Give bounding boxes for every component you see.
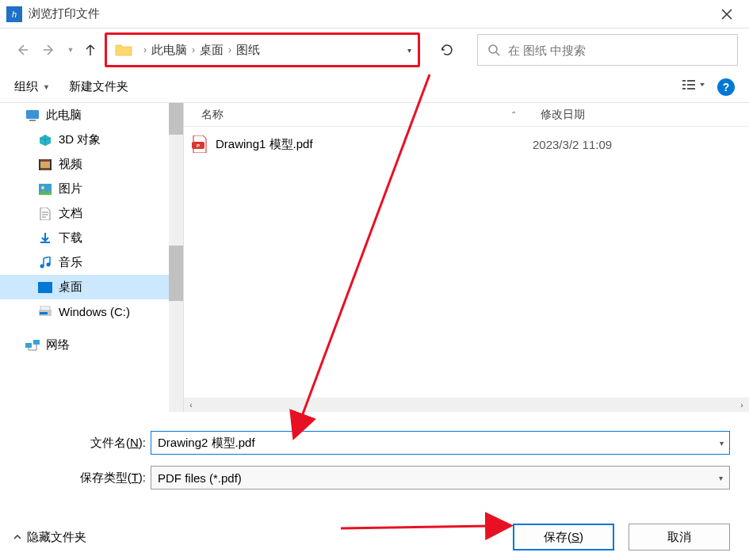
tree-label: 网络 [46,337,70,352]
file-name: Drawing1 模型.pdf [216,137,533,152]
window-title: 浏览打印文件 [29,6,711,21]
save-button[interactable]: 保存(S) [513,524,614,550]
tree-item-pictures[interactable]: 图片 [0,177,183,201]
new-folder-button[interactable]: 新建文件夹 [69,79,128,94]
column-name[interactable]: 名称 ⌃ [184,108,533,122]
scroll-left-icon[interactable]: ‹ [184,398,198,412]
chevron-right-icon: › [225,44,235,55]
picture-icon [38,182,52,196]
file-row[interactable]: P Drawing1 模型.pdf 2023/3/2 11:09 [184,131,749,157]
breadcrumb-item[interactable]: 此电脑 [151,43,187,58]
svg-rect-11 [39,159,40,170]
file-list[interactable]: P Drawing1 模型.pdf 2023/3/2 11:09 [184,127,749,398]
organize-menu[interactable]: 组织 ▼ [14,79,50,94]
svg-point-0 [489,45,497,53]
breadcrumb-bar[interactable]: › 此电脑 › 桌面 › 图纸 ▾ [105,32,420,67]
svg-rect-21 [25,343,32,348]
tree-label: Windows (C:) [59,305,130,318]
svg-rect-10 [40,162,50,168]
breadcrumb-item[interactable]: 桌面 [200,43,224,58]
column-headers[interactable]: 名称 ⌃ 修改日期 [184,103,749,127]
tree-label: 文档 [59,206,82,221]
svg-rect-22 [33,340,40,345]
recent-dropdown[interactable]: ▼ [65,39,76,61]
svg-rect-2 [687,80,695,82]
svg-rect-20 [40,306,50,310]
filename-label: 文件名(N): [19,436,151,451]
sort-indicator: ⌃ [510,110,517,119]
filename-input[interactable] [151,431,730,455]
desktop-icon [38,280,52,295]
scroll-right-icon[interactable]: › [735,398,749,412]
folder-tree[interactable]: 此电脑 3D 对象 视频 图片 文档 下载 音乐 桌面 [0,103,184,412]
refresh-button[interactable] [431,36,463,64]
view-list-icon [682,79,705,92]
network-icon [25,338,40,352]
pdf-icon: P [192,135,208,153]
tree-label: 3D 对象 [59,132,101,147]
download-icon [38,231,52,246]
svg-rect-17 [38,282,52,293]
svg-rect-6 [687,88,695,90]
tree-item-documents[interactable]: 文档 [0,201,183,226]
hide-folders-label: 隐藏文件夹 [27,530,86,545]
breadcrumb-item[interactable]: 图纸 [236,43,260,58]
svg-rect-8 [29,120,36,121]
tree-label: 图片 [59,181,82,196]
svg-rect-3 [682,84,686,86]
svg-rect-19 [40,312,48,314]
arrow-left-icon [15,43,29,57]
search-box[interactable] [477,34,738,66]
up-button[interactable] [81,39,100,61]
chevron-up-icon [13,532,22,542]
horizontal-scrollbar[interactable]: ‹ › [184,398,749,412]
close-icon [721,9,732,20]
chevron-down-icon: ▾ [719,474,723,482]
tree-label: 视频 [59,157,82,172]
svg-rect-7 [26,110,39,119]
svg-rect-4 [687,84,695,86]
music-icon [38,256,52,270]
chevron-down-icon[interactable]: ▾ [407,46,411,55]
arrow-right-icon [42,43,56,57]
cube-icon [38,133,52,147]
hide-folders-toggle[interactable]: 隐藏文件夹 [13,530,86,545]
arrow-up-icon [84,43,97,57]
view-menu[interactable] [682,79,705,94]
refresh-icon [440,43,454,57]
chevron-right-icon: › [189,44,198,55]
svg-rect-5 [682,88,686,90]
help-button[interactable]: ? [717,78,735,96]
tree-item-this-pc[interactable]: 此电脑 [0,103,183,128]
app-icon: h [6,6,22,22]
chevron-down-icon: ▼ [43,83,50,91]
svg-text:P: P [197,143,200,148]
tree-item-downloads[interactable]: 下载 [0,226,183,250]
video-icon [38,158,52,172]
tree-item-3d[interactable]: 3D 对象 [0,128,183,152]
folder-icon [115,43,132,57]
cancel-button[interactable]: 取消 [629,524,730,550]
filetype-select[interactable]: PDF files (*.pdf) ▾ [151,466,730,490]
forward-button[interactable] [38,39,60,61]
chevron-right-icon: › [140,44,150,55]
back-button[interactable] [11,39,33,61]
tree-item-drive-c[interactable]: Windows (C:) [0,299,183,323]
tree-item-network[interactable]: 网络 [0,333,183,357]
document-icon [38,207,52,221]
svg-point-15 [40,264,44,268]
search-icon [487,44,500,56]
tree-item-desktop[interactable]: 桌面 [0,275,183,299]
tree-item-music[interactable]: 音乐 [0,250,183,275]
pc-icon [25,109,40,123]
sidebar-scrollbar[interactable] [169,103,183,412]
search-input[interactable] [508,44,728,57]
filetype-value: PDF files (*.pdf) [158,471,242,485]
file-date: 2023/3/2 11:09 [533,138,612,151]
tree-item-video[interactable]: 视频 [0,152,183,177]
column-date[interactable]: 修改日期 [533,108,749,122]
close-button[interactable] [711,0,743,29]
tree-label: 音乐 [59,255,82,270]
svg-point-14 [41,186,44,189]
svg-point-16 [47,262,51,266]
